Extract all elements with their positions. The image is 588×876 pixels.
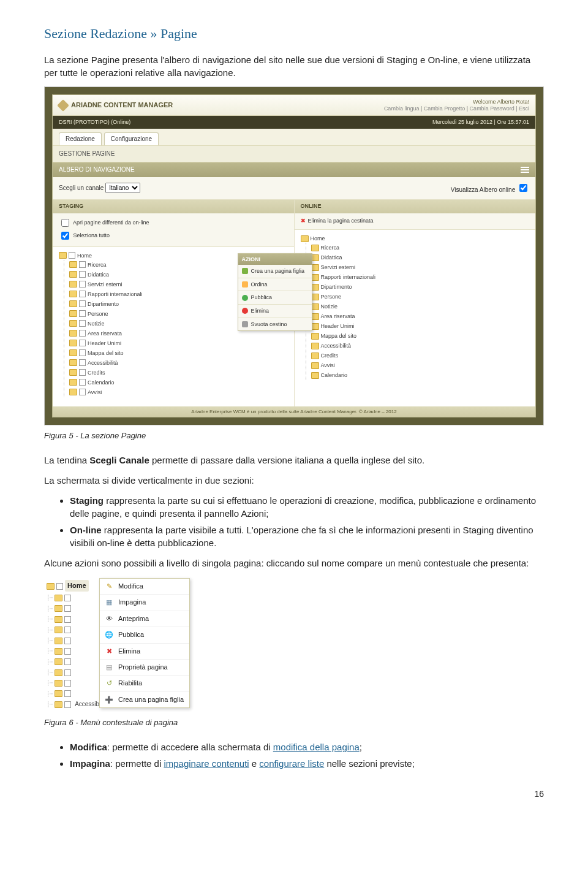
online-options: ✖Elimina la pagina cestinata — [295, 213, 536, 230]
action-publish[interactable]: Pubblica — [238, 291, 312, 305]
restore-icon: ↺ — [105, 679, 113, 688]
tab-redazione[interactable]: Redazione — [59, 132, 102, 145]
actions-menu-header: AZIONI — [238, 254, 312, 265]
top-links[interactable]: Cambia lingua | Cambia Progetto | Cambia… — [384, 105, 529, 112]
tree-item[interactable]: Mappa del sito — [69, 348, 288, 358]
tree-item[interactable]: Area riservata — [311, 311, 530, 321]
tree-item[interactable]: Mappa del sito — [311, 331, 530, 341]
nav-tree-label: ALBERO DI NAVIGAZIONE — [59, 166, 135, 174]
figure-6-screenshot: Home ┊┈ ┊┈ ┊┈ ┊┈ ┊┈ ┊┈ ┊┈ ┊┈ ┊┈ ┊┈ ┊┈ Ac… — [44, 577, 190, 712]
ctx-anteprima[interactable]: 👁Anteprima — [100, 611, 189, 627]
view-full-tree[interactable]: Visualizza Albero online — [451, 182, 529, 194]
tree-item[interactable]: Didattica — [311, 253, 530, 262]
online-opt-delete-trashed[interactable]: ✖Elimina la pagina cestinata — [301, 217, 530, 225]
opt-select-all[interactable]: Seleziona tutto — [59, 230, 288, 242]
tab-configurazione[interactable]: Configurazione — [104, 132, 159, 145]
order-icon — [242, 281, 248, 288]
tree-item[interactable]: Servizi esterni — [311, 262, 530, 272]
action-create-child[interactable]: Crea una pagina figlia — [238, 265, 312, 278]
staging-column: STAGING Apri pagine differenti da on-lin… — [53, 200, 295, 406]
layout-icon: ▦ — [105, 598, 113, 607]
actions-menu[interactable]: AZIONI Crea una pagina figlia Ordina Pub… — [238, 253, 312, 332]
figure-5-screenshot: ARIADNE CONTENT MANAGER Welcome Alberto … — [44, 86, 544, 425]
ctx-proprieta[interactable]: ▤Proprietà pagina — [100, 660, 189, 676]
section-heading: Sezione Redazione » Pagine — [44, 25, 544, 44]
app-brand: ARIADNE CONTENT MANAGER — [59, 101, 173, 110]
tree-item[interactable]: Credits — [69, 368, 288, 378]
tree-item[interactable]: Avvisi — [311, 360, 530, 370]
nav-tree-header: ALBERO DI NAVIGAZIONE — [53, 162, 535, 177]
main-bullet-list: Staging rappresenta la parte su cui si e… — [44, 494, 544, 549]
ctx-tree: Home ┊┈ ┊┈ ┊┈ ┊┈ ┊┈ ┊┈ ┊┈ ┊┈ ┊┈ ┊┈ ┊┈ Ac… — [44, 577, 99, 712]
bullet-impagina: Impagina: permette di impaginare contenu… — [70, 757, 544, 770]
action-delete[interactable]: Elimina — [238, 305, 312, 318]
welcome-block: Welcome Alberto Rota! Cambia lingua | Ca… — [384, 99, 529, 112]
online-tree[interactable]: Home Ricerca Didattica Servizi esterni R… — [295, 230, 536, 389]
context-menu[interactable]: ✎Modifica ▦Impagina 👁Anteprima 🌐Pubblica… — [99, 578, 190, 708]
ctx-home-item[interactable]: Home — [65, 580, 89, 592]
link-modifica-pagina[interactable]: modifica della pagina — [273, 742, 360, 752]
add-icon — [242, 268, 248, 274]
child-page-icon: ➕ — [105, 695, 113, 704]
trash-icon — [242, 321, 248, 327]
tree-item[interactable]: Credits — [311, 351, 530, 360]
tree-item[interactable]: Accessibilità — [311, 341, 530, 351]
channel-row: Scegli un canale Italiano Visualizza Alb… — [53, 177, 535, 200]
project-name: DSRI (PROTOTIPO) (Online) — [59, 118, 130, 126]
ctx-elimina[interactable]: ✖Elimina — [100, 644, 189, 660]
globe-icon: 🌐 — [105, 631, 113, 639]
opt-diff-online[interactable]: Apri pagine differenti da on-line — [59, 217, 288, 229]
ctx-impagina[interactable]: ▦Impagina — [100, 595, 189, 611]
divide-paragraph: La schermata si divide verticalmente in … — [44, 474, 544, 487]
tree-item[interactable]: Header Unimi — [311, 321, 530, 331]
tree-item[interactable]: Persone — [311, 292, 530, 302]
app-header: ARIADNE CONTENT MANAGER Welcome Alberto … — [53, 95, 535, 116]
section-label: GESTIONE PAGINE — [53, 145, 535, 162]
link-impaginare[interactable]: impaginare contenuti — [164, 758, 249, 769]
pencil-icon: ✎ — [105, 582, 113, 591]
tree-item[interactable]: Ricerca — [311, 243, 530, 253]
page-number: 16 — [44, 788, 544, 801]
tree-item[interactable]: Accessibilità — [69, 358, 288, 368]
publish-icon — [242, 295, 248, 301]
channel-select[interactable]: Italiano — [105, 183, 140, 193]
bullet-online: On-line rappresenta la parte visibile a … — [70, 524, 544, 549]
azioni-paragraph: Alcune azioni sono possibili a livello d… — [27, 557, 544, 569]
intro-paragraph: La sezione Pagine presenta l'albero di n… — [44, 53, 544, 79]
bullet-staging: Staging rappresenta la parte su cui si e… — [70, 494, 544, 520]
staging-header: STAGING — [53, 200, 294, 213]
app-footer: Ariadne Enterprise WCM è un prodotto del… — [53, 406, 535, 417]
tree-item[interactable]: Dipartimento — [311, 282, 530, 292]
welcome-text: Welcome Alberto Rota! — [384, 99, 529, 105]
main-tabs: Redazione Configurazione — [53, 129, 535, 145]
ctx-modifica[interactable]: ✎Modifica — [100, 579, 189, 595]
online-column: ONLINE ✖Elimina la pagina cestinata Home… — [295, 200, 536, 406]
delete-x-icon: ✖ — [301, 218, 306, 224]
brand-text: ARIADNE CONTENT MANAGER — [71, 101, 173, 110]
eye-icon: 👁 — [105, 614, 113, 623]
columns-wrap: STAGING Apri pagine differenti da on-lin… — [53, 200, 535, 406]
channel-label: Scegli un canale — [59, 185, 104, 191]
tree-item[interactable]: Calendario — [311, 370, 530, 380]
tree-item[interactable]: Avvisi — [69, 387, 288, 397]
x-icon: ✖ — [105, 647, 113, 655]
bottom-bullet-list: Modifica: permette di accedere alla sche… — [44, 741, 544, 770]
tree-item[interactable]: Header Unimi — [69, 338, 288, 348]
view-full-checkbox[interactable] — [519, 184, 527, 192]
online-header: ONLINE — [295, 200, 536, 213]
datetime-text: Mercoledì 25 luglio 2012 | Ore 15:57:01 — [432, 118, 529, 126]
ctx-pubblica[interactable]: 🌐Pubblica — [100, 627, 189, 643]
hamburger-icon[interactable] — [521, 167, 529, 173]
action-order[interactable]: Ordina — [238, 278, 312, 292]
page-icon: ▤ — [105, 663, 113, 672]
link-configurare-liste[interactable]: configurare liste — [259, 758, 324, 769]
tree-item[interactable]: Calendario — [69, 378, 288, 387]
tree-item[interactable]: Rapporti internazionali — [311, 272, 530, 282]
figure-5-caption: Figura 5 - La sezione Pagine — [44, 430, 544, 441]
ctx-crea-figlia[interactable]: ➕Crea una pagina figlia — [100, 692, 189, 707]
tree-item[interactable]: Notizie — [311, 302, 530, 311]
ctx-riabilita[interactable]: ↺Riabilita — [100, 676, 189, 691]
action-empty-trash[interactable]: Svuota cestino — [238, 318, 312, 331]
brand-logo-icon — [57, 99, 69, 112]
delete-icon — [242, 308, 248, 314]
